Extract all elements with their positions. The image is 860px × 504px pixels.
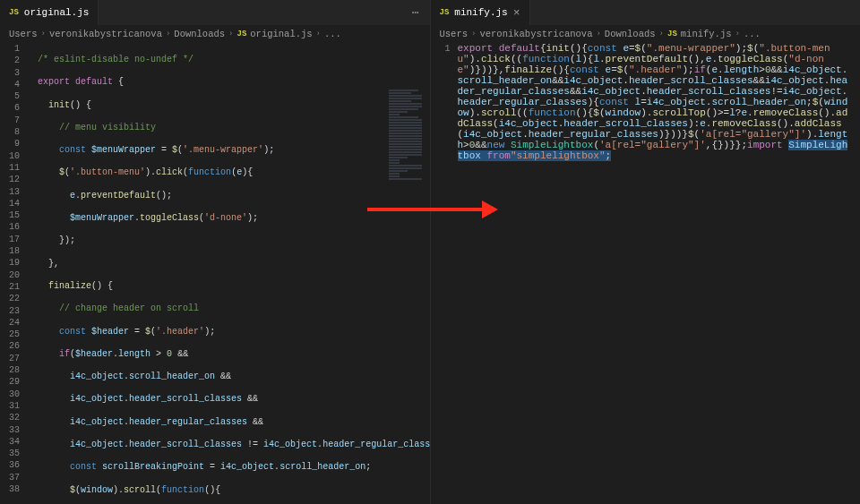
- chevron-right-icon: ›: [228, 30, 233, 38]
- chevron-right-icon: ›: [41, 30, 46, 38]
- bc-part[interactable]: Users: [9, 29, 38, 39]
- bc-part[interactable]: minify.js: [681, 29, 732, 39]
- bc-part[interactable]: Users: [440, 29, 469, 39]
- chevron-right-icon: ›: [659, 30, 664, 38]
- breadcrumb-left[interactable]: Users› veronikabystricanova› Downloads› …: [0, 25, 430, 43]
- tab-title: minify.js: [454, 7, 507, 18]
- chevron-right-icon: ›: [316, 30, 321, 38]
- code-content-right[interactable]: export default{init(){const e=$(".menu-w…: [458, 43, 861, 504]
- tab-bar-right: JS minify.js ×: [431, 0, 861, 25]
- line-gutter: 12345 678910 1112131415 1617181920 21222…: [0, 43, 27, 504]
- code-area-left[interactable]: 12345 678910 1112131415 1617181920 21222…: [0, 43, 430, 504]
- close-icon[interactable]: ×: [513, 7, 520, 19]
- left-pane: JS original.js ⋯ Users› veronikabystrica…: [0, 0, 431, 504]
- chevron-right-icon: ›: [596, 30, 600, 38]
- breadcrumb-right[interactable]: Users› veronikabystricanova› Downloads› …: [431, 25, 861, 43]
- minimap[interactable]: [385, 86, 430, 247]
- chevron-right-icon: ›: [166, 30, 170, 38]
- chevron-right-icon: ›: [735, 30, 740, 38]
- code-area-right[interactable]: 1 export default{init(){const e=$(".menu…: [431, 43, 861, 504]
- tab-bar-left: JS original.js ⋯: [0, 0, 430, 25]
- bc-part[interactable]: ...: [324, 29, 341, 39]
- js-icon: JS: [9, 8, 19, 17]
- line-gutter-right: 1: [431, 43, 458, 504]
- code-content-left[interactable]: /* eslint-disable no-undef */ export def…: [27, 43, 430, 504]
- tab-actions-more[interactable]: ⋯: [403, 5, 430, 20]
- bc-part[interactable]: original.js: [250, 29, 312, 39]
- js-icon: JS: [667, 30, 677, 38]
- right-pane: JS minify.js × Users› veronikabystricano…: [431, 0, 861, 504]
- editor-split-container: JS original.js ⋯ Users› veronikabystrica…: [0, 0, 860, 504]
- bc-part[interactable]: veronikabystricanova: [479, 29, 592, 39]
- bc-part[interactable]: Downloads: [174, 29, 225, 39]
- tab-title: original.js: [24, 7, 90, 18]
- bc-part[interactable]: veronikabystricanova: [49, 29, 162, 39]
- js-icon: JS: [440, 8, 450, 17]
- tab-minify-js[interactable]: JS minify.js ×: [431, 0, 530, 25]
- bc-part[interactable]: Downloads: [605, 29, 656, 39]
- js-icon: JS: [236, 30, 246, 38]
- tab-original-js[interactable]: JS original.js: [0, 0, 99, 25]
- bc-part[interactable]: ...: [744, 29, 761, 39]
- chevron-right-icon: ›: [471, 30, 476, 38]
